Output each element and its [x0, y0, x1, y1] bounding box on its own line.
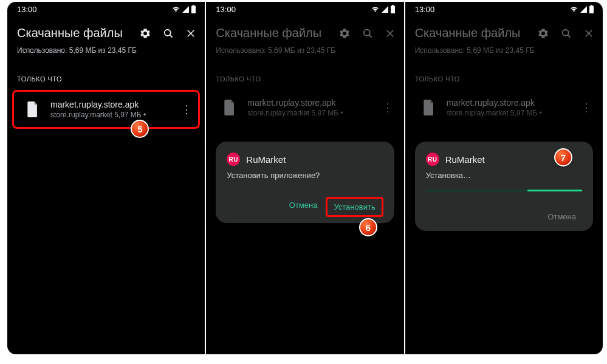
app-header: Скачанные файлы: [7, 16, 205, 45]
file-overflow-menu[interactable]: ⋮: [380, 101, 396, 114]
svg-line-15: [568, 35, 570, 37]
status-time: 13:00: [415, 5, 435, 14]
signal-icon: [182, 5, 190, 13]
file-texts: market.ruplay.store.apk store.ruplay.mar…: [447, 98, 578, 117]
header-actions: [139, 27, 196, 39]
search-icon[interactable]: [560, 27, 572, 39]
file-name: market.ruplay.store.apk: [447, 98, 578, 108]
storage-usage: Использовано: 5,69 МБ из 23,45 ГБ: [206, 45, 403, 62]
section-just-now: ТОЛЬКО ЧТО: [405, 62, 603, 88]
svg-point-14: [563, 29, 569, 35]
close-icon[interactable]: [185, 27, 196, 39]
status-time: 13:00: [216, 5, 236, 14]
file-name: market.ruplay.store.apk: [50, 100, 179, 109]
file-overflow-menu[interactable]: ⋮: [179, 103, 194, 116]
cancel-button[interactable]: Отмена: [283, 197, 324, 217]
install-dialog: RU RuMarket Установить приложение? Отмен…: [216, 142, 394, 223]
svg-rect-13: [591, 5, 593, 6]
status-icons: [171, 5, 196, 13]
page-title: Скачанные файлы: [216, 26, 321, 40]
wifi-icon: [371, 5, 380, 13]
install-progress: [426, 190, 582, 191]
status-bar: 13:00: [206, 2, 403, 16]
wifi-icon: [569, 5, 578, 13]
svg-line-3: [170, 35, 173, 37]
wifi-icon: [171, 5, 180, 13]
status-time: 13:00: [17, 5, 37, 14]
header-actions: [338, 27, 396, 39]
svg-rect-12: [589, 6, 594, 13]
file-name: market.ruplay.store.apk: [247, 98, 379, 108]
gear-icon[interactable]: [338, 27, 351, 39]
dialog-status: Установка…: [426, 171, 582, 180]
svg-rect-7: [391, 5, 394, 6]
annotation-7: 7: [554, 148, 572, 167]
status-icons: [569, 5, 594, 13]
app-header: Скачанные файлы: [405, 16, 603, 45]
dialog-app-name: RuMarket: [445, 154, 485, 165]
install-button[interactable]: Установить: [326, 197, 383, 217]
storage-usage: Использовано: 5,69 МБ из 23,45 ГБ: [7, 45, 205, 62]
page-title: Скачанные файлы: [415, 26, 521, 40]
pane-downloads: 13:00 Скачанные файлы Использовано: 5,69…: [7, 2, 205, 354]
file-subline: store.ruplay.market 5,97 МБ •: [50, 111, 179, 119]
file-row-apk[interactable]: market.ruplay.store.apk store.ruplay.mar…: [211, 90, 399, 125]
file-texts: market.ruplay.store.apk store.ruplay.mar…: [247, 98, 379, 117]
dialog-app-name: RuMarket: [246, 154, 286, 165]
svg-line-9: [369, 35, 371, 37]
file-icon: [218, 96, 241, 119]
battery-icon: [589, 5, 594, 13]
pane-install-prompt: 13:00 Скачанные файлы Использовано: 5,69…: [206, 2, 403, 354]
close-icon[interactable]: [583, 27, 594, 39]
gear-icon[interactable]: [139, 27, 151, 39]
dialog-actions: Отмена: [426, 208, 582, 225]
pane-installing: 13:00 Скачанные файлы Использовано: 5,69…: [405, 2, 603, 354]
file-row-apk[interactable]: market.ruplay.store.apk store.ruplay.mar…: [12, 90, 200, 129]
search-icon[interactable]: [162, 27, 174, 39]
search-icon[interactable]: [362, 27, 374, 39]
battery-icon: [390, 5, 396, 13]
file-icon: [417, 96, 441, 119]
file-overflow-menu[interactable]: ⋮: [578, 101, 594, 114]
app-header: Скачанные файлы: [206, 16, 403, 45]
file-row-apk[interactable]: market.ruplay.store.apk store.ruplay.mar…: [410, 90, 598, 125]
status-icons: [371, 5, 396, 13]
dialog-actions: Отмена Установить: [227, 197, 383, 217]
svg-point-8: [363, 29, 369, 35]
file-subline: store.ruplay.market 5,97 МБ •: [447, 109, 578, 117]
section-just-now: ТОЛЬКО ЧТО: [7, 62, 205, 88]
signal-icon: [580, 5, 588, 13]
gear-icon[interactable]: [537, 27, 549, 39]
svg-point-2: [165, 29, 171, 35]
app-logo-icon: RU: [227, 153, 240, 166]
signal-icon: [381, 5, 389, 13]
svg-rect-0: [191, 6, 196, 13]
file-icon: [21, 98, 44, 121]
dialog-question: Установить приложение?: [227, 171, 383, 180]
status-bar: 13:00: [7, 2, 205, 16]
annotation-5: 5: [131, 120, 149, 138]
app-logo-icon: RU: [426, 153, 439, 166]
annotation-6: 6: [359, 218, 377, 236]
storage-usage: Использовано: 5,69 МБ из 23,45 ГБ: [405, 45, 603, 62]
battery-icon: [191, 5, 196, 13]
status-bar: 13:00: [405, 2, 603, 16]
cancel-button[interactable]: Отмена: [541, 208, 582, 225]
file-subline: store.ruplay.market 5,97 МБ •: [247, 109, 379, 117]
install-progress-bar: [527, 190, 582, 191]
svg-rect-6: [391, 6, 395, 13]
page-title: Скачанные файлы: [17, 26, 123, 40]
section-just-now: ТОЛЬКО ЧТО: [206, 62, 403, 88]
file-texts: market.ruplay.store.apk store.ruplay.mar…: [50, 100, 179, 119]
header-actions: [537, 27, 594, 39]
close-icon[interactable]: [385, 27, 396, 39]
svg-rect-1: [193, 5, 195, 6]
